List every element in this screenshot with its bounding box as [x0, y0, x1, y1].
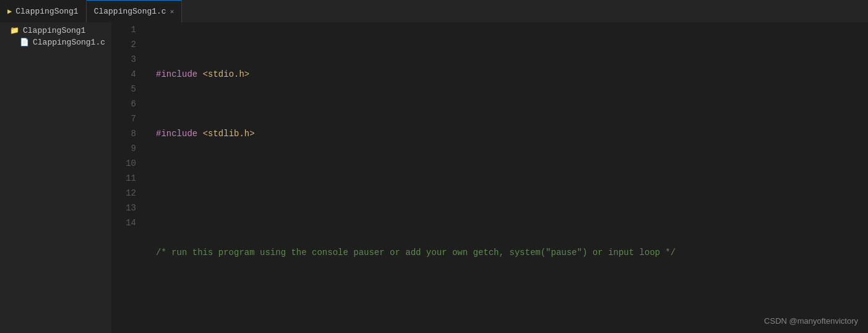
- ln-1: 1: [111, 22, 136, 37]
- editor-tab[interactable]: ClappingSong1.c ✕: [87, 0, 183, 22]
- sidebar-tab-label: ClappingSong1: [15, 7, 78, 16]
- ln-7: 7: [111, 111, 136, 126]
- code-line-4: /* run this program using the console pa…: [146, 245, 868, 260]
- sidebar-item-folder[interactable]: 📁 ClappingSong1: [0, 25, 111, 37]
- ln-3: 3: [111, 52, 136, 67]
- ln-5: 5: [111, 82, 136, 97]
- ln-13: 13: [111, 201, 136, 215]
- sidebar-tab[interactable]: ▶ ClappingSong1: [0, 0, 87, 22]
- ln-9: 9: [111, 141, 136, 156]
- tab-bar: ▶ ClappingSong1 ClappingSong1.c ✕: [0, 0, 868, 22]
- code-container: 1 2 3 4 5 6 7 8 9 10 11 12 13 14 #i: [111, 22, 868, 333]
- ln-6: 6: [111, 97, 136, 111]
- watermark: CSDN @manyoftenvictory: [764, 316, 858, 326]
- main-area: 📁 ClappingSong1 📄 ClappingSong1.c 1 2 3 …: [0, 22, 868, 333]
- close-icon[interactable]: ✕: [170, 7, 174, 15]
- sidebar-file-label: ClappingSong1.c: [33, 38, 105, 47]
- folder-icon-sm: 📁: [10, 26, 19, 35]
- editor-tab-label: ClappingSong1.c: [94, 7, 166, 16]
- code-line-3: [146, 186, 868, 201]
- code-content[interactable]: #include <stdio.h> #include <stdlib.h> /…: [141, 22, 868, 333]
- file-icon-sm: 📄: [20, 38, 29, 47]
- sidebar: 📁 ClappingSong1 📄 ClappingSong1.c: [0, 22, 111, 333]
- ln-2: 2: [111, 37, 136, 52]
- code-line-2: #include <stdlib.h>: [146, 126, 868, 141]
- folder-icon: ▶: [7, 7, 12, 16]
- line-numbers: 1 2 3 4 5 6 7 8 9 10 11 12 13 14: [111, 22, 141, 333]
- sidebar-item-file[interactable]: 📄 ClappingSong1.c: [0, 37, 111, 48]
- code-line-5: [146, 305, 868, 319]
- ln-14: 14: [111, 215, 136, 230]
- ln-4: 4: [111, 67, 136, 82]
- code-line-1: #include <stdio.h>: [146, 67, 868, 82]
- editor-area: 1 2 3 4 5 6 7 8 9 10 11 12 13 14 #i: [111, 22, 868, 333]
- ln-12: 12: [111, 186, 136, 201]
- ln-10: 10: [111, 156, 136, 171]
- ln-11: 11: [111, 171, 136, 186]
- sidebar-folder-label: ClappingSong1: [23, 26, 85, 35]
- ln-8: 8: [111, 126, 136, 141]
